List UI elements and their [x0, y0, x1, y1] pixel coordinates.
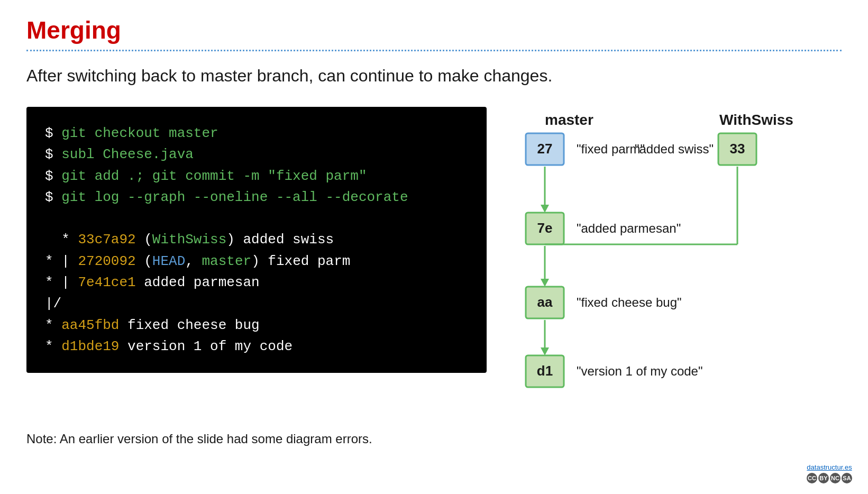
- commit-27-label: 27: [537, 141, 553, 157]
- terminal-line-7: * | 7e41ce1 added parmesan: [45, 272, 468, 293]
- terminal-line-6: * | 2720092 (HEAD, master) fixed parm: [45, 251, 468, 272]
- arrowhead-27-7e: [541, 205, 549, 213]
- commit-aa-desc: "fixed cheese bug": [577, 295, 682, 309]
- terminal-line-1: $ git checkout master: [45, 123, 468, 144]
- terminal-line-5: * 33c7a92 (WithSwiss) added swiss: [45, 229, 468, 250]
- commit-aa-label: aa: [537, 294, 553, 310]
- commit-33-label: 33: [730, 141, 745, 157]
- terminal-line-9: * aa45fbd fixed cheese bug: [45, 315, 468, 336]
- note-text: Note: An earlier version of the slide ha…: [26, 432, 842, 446]
- commit-7e-label: 7e: [537, 220, 553, 236]
- diagram: master WithSwiss 27 "fixed parm" 33 "add…: [518, 107, 825, 410]
- page-title: Merging: [26, 16, 842, 44]
- divider: [26, 50, 842, 51]
- master-label: master: [545, 112, 593, 128]
- main-content: $ git checkout master $ subl Cheese.java…: [26, 107, 842, 410]
- terminal: $ git checkout master $ subl Cheese.java…: [26, 107, 487, 373]
- by-icon: BY: [818, 473, 829, 483]
- terminal-blank: [45, 208, 468, 229]
- nc-icon: NC: [830, 473, 840, 483]
- arrowhead-aa-d1: [541, 347, 549, 355]
- terminal-line-10: * d1bde19 version 1 of my code: [45, 336, 468, 357]
- prompt-1: $: [45, 125, 61, 141]
- terminal-line-8: |/: [45, 293, 468, 314]
- footer-site: datastructur.es: [807, 463, 852, 471]
- commit-33-desc: "added swiss": [635, 142, 714, 156]
- terminal-line-3: $ git add .; git commit -m "fixed parm": [45, 166, 468, 187]
- terminal-line-4: $ git log --graph --oneline --all --deco…: [45, 187, 468, 208]
- withswiss-label: WithSwiss: [719, 112, 793, 128]
- cc-icon: CC: [807, 473, 817, 483]
- arrowhead-7e-aa: [541, 279, 549, 287]
- commit-d1-desc: "version 1 of my code": [577, 364, 702, 378]
- terminal-line-2: $ subl Cheese.java: [45, 144, 468, 165]
- footer-logo: datastructur.es CC BY NC SA: [807, 463, 852, 483]
- subtitle: After switching back to master branch, c…: [26, 66, 842, 86]
- diagram-svg: master WithSwiss 27 "fixed parm" 33 "add…: [518, 107, 825, 408]
- cc-badge: CC BY NC SA: [807, 473, 852, 483]
- commit-d1-label: d1: [537, 363, 553, 379]
- commit-7e-desc: "added parmesan": [577, 221, 681, 235]
- sa-icon: SA: [842, 473, 852, 483]
